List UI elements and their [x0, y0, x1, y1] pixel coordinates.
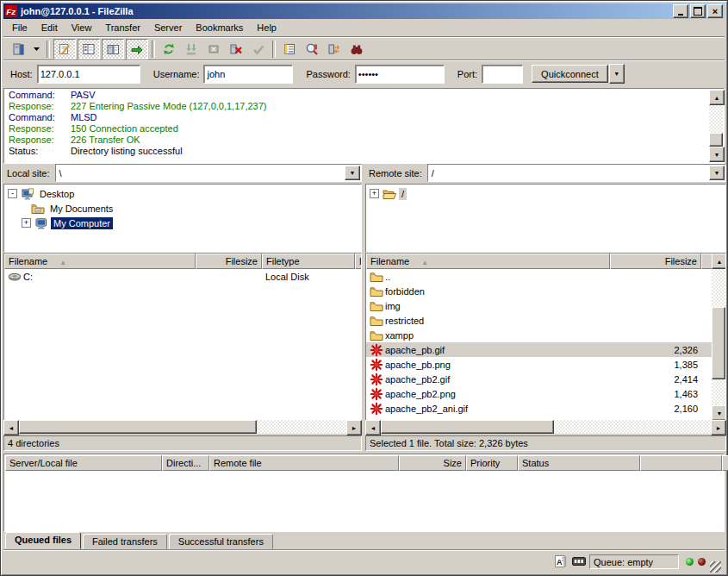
scroll-down-icon[interactable]: ▼ — [709, 147, 725, 162]
remote-site-combobox[interactable]: / ▼ — [427, 164, 726, 182]
column-header-empty[interactable] — [640, 455, 722, 471]
port-input[interactable] — [482, 65, 523, 84]
column-header-filesize[interactable]: Filesize — [196, 254, 262, 269]
toggle-log-view-button[interactable] — [53, 39, 76, 59]
local-list-header: Filename▲FilesizeFiletypeL — [4, 254, 361, 269]
tab-successful-transfers[interactable]: Successful transfers — [169, 534, 273, 549]
chevron-down-icon[interactable]: ▼ — [709, 166, 725, 180]
menu-bookmarks[interactable]: Bookmarks — [189, 21, 250, 34]
menu-file[interactable]: File — [5, 21, 34, 34]
scroll-left-icon[interactable]: ◄ — [365, 420, 381, 435]
directory-comparison-button[interactable] — [302, 40, 322, 59]
file-cell: apache_pb.png — [366, 358, 610, 372]
collapse-icon[interactable]: - — [8, 189, 17, 198]
toggle-queue-view-button[interactable] — [126, 39, 148, 59]
scroll-up-icon[interactable]: ▲ — [709, 90, 725, 105]
menu-help[interactable]: Help — [250, 21, 283, 34]
file-cell: C: — [4, 270, 196, 284]
maximize-button[interactable] — [690, 4, 706, 18]
column-header-directi-[interactable]: Directi... — [162, 455, 209, 471]
file-row-apache-pb-png[interactable]: apache_pb.png1,385 — [366, 357, 712, 372]
local-horizontal-scrollbar[interactable]: ◄ ► — [3, 420, 362, 434]
scroll-right-icon[interactable]: ► — [346, 420, 362, 435]
file-row-apache-pb2-ani-gif[interactable]: apache_pb2_ani.gif2,160 — [366, 401, 712, 416]
file-cell: img — [366, 299, 610, 313]
quickconnect-dropdown-icon[interactable]: ▼ — [609, 64, 625, 84]
column-header-filename[interactable]: Filename▲ — [4, 254, 196, 269]
local-hscroll-thumb[interactable] — [19, 420, 257, 434]
title-bar[interactable]: Fz john@127.0.0.1 - FileZilla × — [3, 3, 725, 19]
minimize-button[interactable] — [673, 4, 688, 18]
refresh-button[interactable] — [159, 40, 179, 59]
remote-vertical-scrollbar[interactable]: ▲ ▼ — [712, 254, 725, 421]
log-scroll-thumb[interactable] — [709, 133, 723, 147]
scroll-left-icon[interactable]: ◄ — [3, 420, 19, 435]
tree-item-desktop[interactable]: -Desktop — [4, 186, 361, 201]
menu-transfer[interactable]: Transfer — [98, 21, 147, 34]
quickconnect-button[interactable]: Quickconnect — [532, 65, 608, 83]
host-input[interactable] — [37, 65, 140, 84]
remote-vscroll-thumb[interactable] — [712, 307, 725, 379]
column-header-server-local-file[interactable]: Server/Local file — [5, 455, 162, 471]
file-cell: restricted — [366, 314, 610, 328]
site-manager-dropdown-button[interactable] — [30, 40, 43, 59]
expand-icon[interactable]: + — [370, 189, 379, 198]
tree-item-my-computer[interactable]: +My Computer — [4, 216, 361, 230]
column-header-status[interactable]: Status — [518, 455, 640, 471]
column-header-filetype[interactable]: Filetype — [262, 254, 355, 269]
file-row-img[interactable]: img — [366, 298, 712, 313]
local-site-combobox[interactable]: \ ▼ — [55, 164, 362, 182]
file-row-apache-pb-gif[interactable]: apache_pb.gif2,326 — [366, 342, 712, 357]
resize-grip[interactable] — [710, 561, 721, 573]
file-row-restricted[interactable]: restricted — [366, 313, 712, 328]
local-site-value: \ — [56, 168, 345, 178]
column-header-priority[interactable]: Priority — [466, 455, 518, 471]
file-row-xampp[interactable]: xampp — [366, 328, 712, 342]
tab-queued-files[interactable]: Queued files — [5, 532, 81, 549]
scroll-up-icon[interactable]: ▲ — [712, 254, 726, 269]
directory-listing-filter-button[interactable] — [279, 40, 300, 59]
file-row-c-[interactable]: C:Local Disk — [4, 269, 361, 284]
column-header-filename[interactable]: Filename▲ — [366, 254, 610, 269]
tab-failed-transfers[interactable]: Failed transfers — [83, 534, 167, 549]
expand-icon[interactable]: + — [22, 218, 31, 228]
file-row-apache-pb2-gif[interactable]: apache_pb2.gif2,414 — [366, 372, 712, 386]
remote-horizontal-scrollbar[interactable]: ◄ ► — [365, 420, 726, 434]
file-row-forbidden[interactable]: forbidden — [366, 284, 712, 298]
file-row-apache-pb2-png[interactable]: apache_pb2.png1,463 — [366, 386, 712, 401]
close-button[interactable]: × — [707, 4, 723, 18]
remote-hscroll-thumb[interactable] — [381, 420, 554, 434]
tree-item-label: Desktop — [37, 188, 77, 200]
image-icon — [370, 343, 383, 357]
tree-item--[interactable]: +/ — [366, 186, 725, 201]
column-header-remote-file[interactable]: Remote file — [209, 455, 399, 471]
column-header-l[interactable]: L — [355, 254, 362, 269]
log-vertical-scrollbar[interactable]: ▲ ▼ — [709, 90, 723, 162]
column-header-size[interactable]: Size — [399, 455, 466, 471]
disconnect-button[interactable] — [226, 40, 246, 59]
find-files-button[interactable] — [346, 40, 367, 59]
file-cell: apache_pb.gif — [366, 343, 610, 357]
tree-item-my-documents[interactable]: My Documents — [4, 201, 361, 216]
password-input[interactable] — [355, 65, 445, 84]
username-input[interactable] — [203, 65, 293, 84]
scroll-right-icon[interactable]: ► — [711, 420, 726, 435]
scroll-down-icon[interactable]: ▼ — [712, 405, 726, 421]
chevron-down-icon[interactable]: ▼ — [345, 166, 360, 180]
transfer-queue: Server/Local fileDirecti...Remote fileSi… — [3, 454, 725, 532]
toggle-remote-tree-view-button[interactable] — [102, 39, 124, 59]
maximize-icon — [694, 7, 702, 16]
queue-view-icon — [130, 42, 144, 56]
synchronized-browsing-button[interactable] — [324, 40, 345, 59]
remote-directory-tree: +/ — [365, 184, 726, 253]
menu-view[interactable]: View — [65, 21, 99, 34]
column-header-filesize[interactable]: Filesize — [610, 254, 701, 269]
log-line: Command:PASV — [6, 90, 708, 101]
file-cell-text: forbidden — [385, 286, 425, 297]
site-manager-button[interactable] — [8, 40, 28, 59]
file-cell: forbidden — [366, 285, 610, 298]
menu-server[interactable]: Server — [147, 21, 189, 34]
file-row--[interactable]: .. — [366, 269, 712, 284]
toggle-local-tree-view-button[interactable] — [78, 39, 100, 59]
menu-edit[interactable]: Edit — [34, 21, 65, 34]
